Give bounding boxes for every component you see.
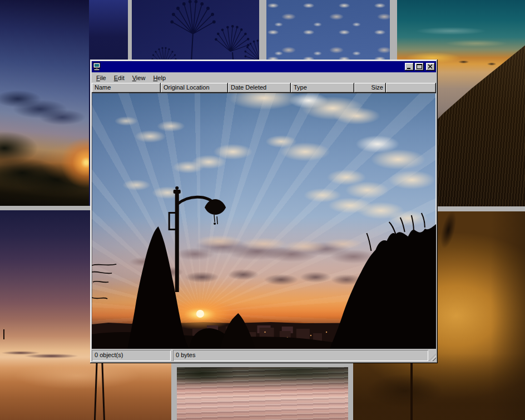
desktop-photo-sunset-rays [0,0,89,206]
file-list-area[interactable] [92,93,436,349]
maximize-icon [415,63,424,71]
sunset-silhouettes [92,93,436,349]
column-header-type[interactable]: Type [291,83,354,93]
minimize-icon [405,63,414,71]
computer-icon[interactable] [93,62,102,71]
column-header-size[interactable]: Size [354,83,386,93]
collage-gap [438,206,525,211]
recycle-bin-window: File Edit View Help Name Original Locati… [90,60,438,363]
lamp-head [205,199,226,215]
lake-pole [94,355,98,420]
status-bytes-text: 0 bytes [176,352,195,358]
maximize-button[interactable] [415,63,424,71]
statusbar: 0 object(s) 0 bytes [92,350,436,361]
resize-grip[interactable] [429,354,436,361]
menu-help[interactable]: Help [149,73,170,82]
titlebar[interactable] [92,61,436,72]
menu-view[interactable]: View [128,73,150,82]
menu-edit[interactable]: Edit [110,73,128,82]
status-bytes-panel: 0 bytes [173,350,428,361]
cypress-tree [127,226,189,349]
menu-file[interactable]: File [92,73,110,82]
column-header-empty[interactable] [386,83,436,93]
lake-pole [101,358,105,420]
sun-disc [196,310,204,318]
status-objects-panel: 0 object(s) [92,350,171,361]
lamp-fitting-dot [214,223,216,225]
desktop-photo-water-reflections [177,367,348,420]
close-icon [426,63,435,71]
right-trees [330,224,436,349]
column-headers: Name Original Location Date Deleted Type… [92,83,436,93]
column-header-original-location[interactable]: Original Location [161,83,228,93]
column-header-date-deleted[interactable]: Date Deleted [228,83,291,93]
lake-stick [3,329,4,339]
column-header-name[interactable]: Name [92,83,161,93]
menubar: File Edit View Help [92,72,436,83]
close-button[interactable] [426,63,435,71]
left-twigs [92,264,116,299]
minimize-button[interactable] [405,63,414,71]
status-objects-text: 0 object(s) [95,352,123,358]
collage-gap [0,206,90,210]
